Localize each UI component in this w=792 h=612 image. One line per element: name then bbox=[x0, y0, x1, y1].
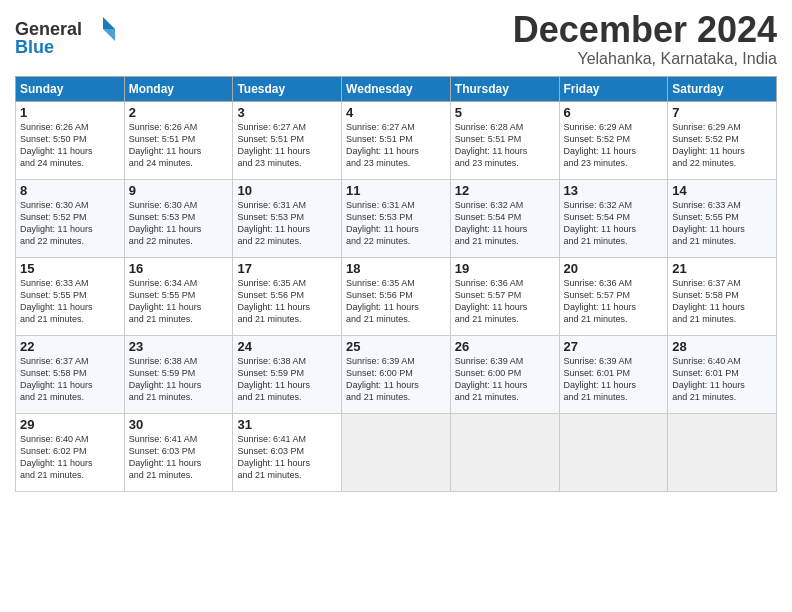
day-number: 16 bbox=[129, 261, 229, 276]
svg-text:Blue: Blue bbox=[15, 37, 54, 57]
logo: General Blue bbox=[15, 15, 125, 64]
calendar-cell: 18Sunrise: 6:35 AM Sunset: 5:56 PM Dayli… bbox=[342, 257, 451, 335]
day-number: 17 bbox=[237, 261, 337, 276]
calendar-cell: 14Sunrise: 6:33 AM Sunset: 5:55 PM Dayli… bbox=[668, 179, 777, 257]
day-number: 30 bbox=[129, 417, 229, 432]
day-number: 7 bbox=[672, 105, 772, 120]
day-info: Sunrise: 6:27 AM Sunset: 5:51 PM Dayligh… bbox=[346, 121, 446, 170]
calendar-cell: 6Sunrise: 6:29 AM Sunset: 5:52 PM Daylig… bbox=[559, 101, 668, 179]
page: General Blue December 2024 Yelahanka, Ka… bbox=[0, 0, 792, 502]
day-info: Sunrise: 6:37 AM Sunset: 5:58 PM Dayligh… bbox=[20, 355, 120, 404]
calendar-cell bbox=[668, 413, 777, 491]
day-number: 24 bbox=[237, 339, 337, 354]
calendar-week-4: 22Sunrise: 6:37 AM Sunset: 5:58 PM Dayli… bbox=[16, 335, 777, 413]
calendar-week-1: 1Sunrise: 6:26 AM Sunset: 5:50 PM Daylig… bbox=[16, 101, 777, 179]
calendar-table: Sunday Monday Tuesday Wednesday Thursday… bbox=[15, 76, 777, 492]
day-info: Sunrise: 6:35 AM Sunset: 5:56 PM Dayligh… bbox=[237, 277, 337, 326]
day-number: 22 bbox=[20, 339, 120, 354]
day-number: 9 bbox=[129, 183, 229, 198]
svg-marker-3 bbox=[103, 29, 115, 41]
calendar-cell: 26Sunrise: 6:39 AM Sunset: 6:00 PM Dayli… bbox=[450, 335, 559, 413]
day-number: 15 bbox=[20, 261, 120, 276]
calendar-cell: 3Sunrise: 6:27 AM Sunset: 5:51 PM Daylig… bbox=[233, 101, 342, 179]
calendar-cell: 20Sunrise: 6:36 AM Sunset: 5:57 PM Dayli… bbox=[559, 257, 668, 335]
calendar-week-3: 15Sunrise: 6:33 AM Sunset: 5:55 PM Dayli… bbox=[16, 257, 777, 335]
svg-marker-2 bbox=[103, 17, 115, 29]
header-row: Sunday Monday Tuesday Wednesday Thursday… bbox=[16, 76, 777, 101]
day-number: 28 bbox=[672, 339, 772, 354]
calendar-week-2: 8Sunrise: 6:30 AM Sunset: 5:52 PM Daylig… bbox=[16, 179, 777, 257]
calendar-cell: 27Sunrise: 6:39 AM Sunset: 6:01 PM Dayli… bbox=[559, 335, 668, 413]
day-info: Sunrise: 6:30 AM Sunset: 5:53 PM Dayligh… bbox=[129, 199, 229, 248]
header: General Blue December 2024 Yelahanka, Ka… bbox=[15, 10, 777, 68]
day-number: 20 bbox=[564, 261, 664, 276]
calendar-cell: 30Sunrise: 6:41 AM Sunset: 6:03 PM Dayli… bbox=[124, 413, 233, 491]
calendar-cell: 13Sunrise: 6:32 AM Sunset: 5:54 PM Dayli… bbox=[559, 179, 668, 257]
day-info: Sunrise: 6:29 AM Sunset: 5:52 PM Dayligh… bbox=[564, 121, 664, 170]
location: Yelahanka, Karnataka, India bbox=[513, 50, 777, 68]
day-info: Sunrise: 6:40 AM Sunset: 6:01 PM Dayligh… bbox=[672, 355, 772, 404]
day-info: Sunrise: 6:39 AM Sunset: 6:00 PM Dayligh… bbox=[455, 355, 555, 404]
day-number: 12 bbox=[455, 183, 555, 198]
logo-text: General Blue bbox=[15, 15, 125, 64]
day-number: 25 bbox=[346, 339, 446, 354]
calendar-cell: 21Sunrise: 6:37 AM Sunset: 5:58 PM Dayli… bbox=[668, 257, 777, 335]
calendar-cell bbox=[450, 413, 559, 491]
day-number: 14 bbox=[672, 183, 772, 198]
day-info: Sunrise: 6:38 AM Sunset: 5:59 PM Dayligh… bbox=[129, 355, 229, 404]
calendar-cell bbox=[559, 413, 668, 491]
day-info: Sunrise: 6:31 AM Sunset: 5:53 PM Dayligh… bbox=[237, 199, 337, 248]
calendar-week-5: 29Sunrise: 6:40 AM Sunset: 6:02 PM Dayli… bbox=[16, 413, 777, 491]
day-number: 4 bbox=[346, 105, 446, 120]
col-thursday: Thursday bbox=[450, 76, 559, 101]
calendar-cell: 9Sunrise: 6:30 AM Sunset: 5:53 PM Daylig… bbox=[124, 179, 233, 257]
calendar-cell: 2Sunrise: 6:26 AM Sunset: 5:51 PM Daylig… bbox=[124, 101, 233, 179]
calendar-cell: 11Sunrise: 6:31 AM Sunset: 5:53 PM Dayli… bbox=[342, 179, 451, 257]
day-number: 8 bbox=[20, 183, 120, 198]
day-number: 29 bbox=[20, 417, 120, 432]
day-info: Sunrise: 6:26 AM Sunset: 5:51 PM Dayligh… bbox=[129, 121, 229, 170]
calendar-cell: 8Sunrise: 6:30 AM Sunset: 5:52 PM Daylig… bbox=[16, 179, 125, 257]
day-info: Sunrise: 6:36 AM Sunset: 5:57 PM Dayligh… bbox=[455, 277, 555, 326]
day-number: 2 bbox=[129, 105, 229, 120]
calendar-cell: 31Sunrise: 6:41 AM Sunset: 6:03 PM Dayli… bbox=[233, 413, 342, 491]
calendar-cell: 25Sunrise: 6:39 AM Sunset: 6:00 PM Dayli… bbox=[342, 335, 451, 413]
day-info: Sunrise: 6:32 AM Sunset: 5:54 PM Dayligh… bbox=[564, 199, 664, 248]
day-info: Sunrise: 6:32 AM Sunset: 5:54 PM Dayligh… bbox=[455, 199, 555, 248]
day-info: Sunrise: 6:41 AM Sunset: 6:03 PM Dayligh… bbox=[129, 433, 229, 482]
day-info: Sunrise: 6:34 AM Sunset: 5:55 PM Dayligh… bbox=[129, 277, 229, 326]
day-info: Sunrise: 6:27 AM Sunset: 5:51 PM Dayligh… bbox=[237, 121, 337, 170]
day-info: Sunrise: 6:26 AM Sunset: 5:50 PM Dayligh… bbox=[20, 121, 120, 170]
day-info: Sunrise: 6:31 AM Sunset: 5:53 PM Dayligh… bbox=[346, 199, 446, 248]
calendar-cell: 29Sunrise: 6:40 AM Sunset: 6:02 PM Dayli… bbox=[16, 413, 125, 491]
col-monday: Monday bbox=[124, 76, 233, 101]
calendar-cell: 4Sunrise: 6:27 AM Sunset: 5:51 PM Daylig… bbox=[342, 101, 451, 179]
col-wednesday: Wednesday bbox=[342, 76, 451, 101]
col-saturday: Saturday bbox=[668, 76, 777, 101]
calendar-cell: 17Sunrise: 6:35 AM Sunset: 5:56 PM Dayli… bbox=[233, 257, 342, 335]
day-number: 19 bbox=[455, 261, 555, 276]
day-info: Sunrise: 6:39 AM Sunset: 6:01 PM Dayligh… bbox=[564, 355, 664, 404]
day-info: Sunrise: 6:33 AM Sunset: 5:55 PM Dayligh… bbox=[672, 199, 772, 248]
day-info: Sunrise: 6:35 AM Sunset: 5:56 PM Dayligh… bbox=[346, 277, 446, 326]
col-friday: Friday bbox=[559, 76, 668, 101]
col-tuesday: Tuesday bbox=[233, 76, 342, 101]
day-number: 5 bbox=[455, 105, 555, 120]
calendar-cell: 12Sunrise: 6:32 AM Sunset: 5:54 PM Dayli… bbox=[450, 179, 559, 257]
day-number: 10 bbox=[237, 183, 337, 198]
day-number: 31 bbox=[237, 417, 337, 432]
calendar-cell: 22Sunrise: 6:37 AM Sunset: 5:58 PM Dayli… bbox=[16, 335, 125, 413]
calendar-cell: 5Sunrise: 6:28 AM Sunset: 5:51 PM Daylig… bbox=[450, 101, 559, 179]
calendar-cell: 19Sunrise: 6:36 AM Sunset: 5:57 PM Dayli… bbox=[450, 257, 559, 335]
day-info: Sunrise: 6:33 AM Sunset: 5:55 PM Dayligh… bbox=[20, 277, 120, 326]
svg-text:General: General bbox=[15, 19, 82, 39]
calendar-cell: 15Sunrise: 6:33 AM Sunset: 5:55 PM Dayli… bbox=[16, 257, 125, 335]
day-number: 11 bbox=[346, 183, 446, 198]
day-number: 21 bbox=[672, 261, 772, 276]
calendar-cell: 28Sunrise: 6:40 AM Sunset: 6:01 PM Dayli… bbox=[668, 335, 777, 413]
calendar-cell: 24Sunrise: 6:38 AM Sunset: 5:59 PM Dayli… bbox=[233, 335, 342, 413]
day-number: 27 bbox=[564, 339, 664, 354]
day-number: 13 bbox=[564, 183, 664, 198]
day-number: 3 bbox=[237, 105, 337, 120]
day-info: Sunrise: 6:36 AM Sunset: 5:57 PM Dayligh… bbox=[564, 277, 664, 326]
